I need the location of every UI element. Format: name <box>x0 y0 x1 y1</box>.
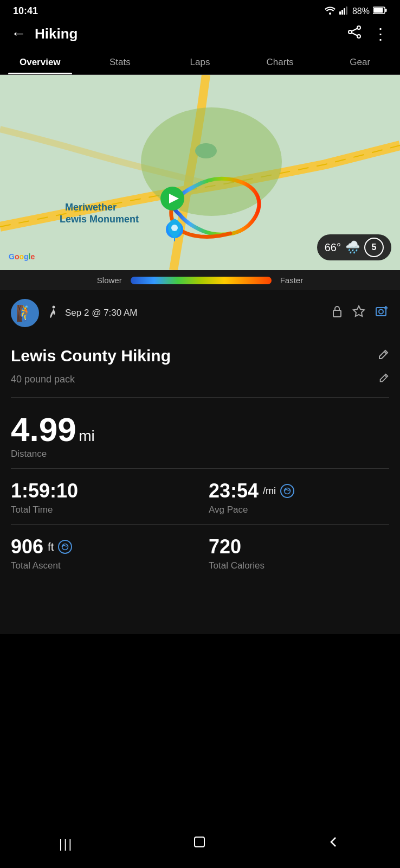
svg-rect-30 <box>195 837 204 847</box>
description-row: 40 pound pack <box>11 369 389 395</box>
svg-marker-25 <box>353 306 364 316</box>
activity-name-section: Lewis County Hiking <box>11 336 389 369</box>
avg-pace-badge <box>280 484 294 498</box>
avatar-image: 🧗 <box>16 304 35 322</box>
distance-label: Distance <box>11 449 389 459</box>
edit-name-button[interactable] <box>377 349 389 363</box>
svg-point-28 <box>285 488 291 494</box>
total-time-value: 1:59:10 <box>11 480 191 502</box>
stat-total-calories: 720 Total Calories <box>200 524 389 580</box>
activity-name: Lewis County Hiking <box>11 347 171 365</box>
star-icon[interactable] <box>352 305 365 321</box>
pace-bar-container: Slower Faster <box>0 270 400 290</box>
page-title: Hiking <box>35 25 78 42</box>
svg-point-29 <box>62 544 68 550</box>
svg-point-27 <box>379 310 383 314</box>
stat-distance-value-row: 4.99 mi <box>11 413 389 446</box>
activity-info: Sep 2 @ 7:30 AM <box>48 305 323 321</box>
distance-value: 4.99 <box>11 411 76 448</box>
total-calories-label: Total Calories <box>209 560 389 571</box>
tab-overview[interactable]: Overview <box>0 49 80 74</box>
total-ascent-badge <box>58 540 72 554</box>
svg-rect-26 <box>376 308 386 316</box>
svg-line-11 <box>352 29 357 31</box>
stat-avg-pace: 23:54 /mi Avg Pace <box>200 468 389 524</box>
status-time: 10:41 <box>13 5 38 17</box>
activity-date: Sep 2 @ 7:30 AM <box>65 308 138 318</box>
signal-icon <box>339 6 349 16</box>
svg-rect-4 <box>346 7 347 15</box>
divider-1 <box>11 397 389 398</box>
svg-point-8 <box>357 26 360 29</box>
battery-percentage: 88% <box>352 7 370 16</box>
edit-description-button[interactable] <box>378 373 389 386</box>
add-photo-icon[interactable] <box>375 305 389 321</box>
stats-section: 4.99 mi Distance 1:59:10 Total Time 23:5… <box>11 400 389 580</box>
recent-apps-button[interactable]: ||| <box>43 834 89 854</box>
svg-point-15 <box>195 143 217 158</box>
stat-total-ascent: 906 ft Total Ascent <box>11 524 200 580</box>
svg-point-19 <box>171 225 178 231</box>
svg-rect-6 <box>385 9 387 12</box>
avatar: 🧗 <box>11 299 39 327</box>
pace-gradient-bar <box>131 277 272 284</box>
total-ascent-label: Total Ascent <box>11 560 191 571</box>
svg-point-23 <box>53 305 55 308</box>
map-container[interactable]: Meriwether Lewis Monument Google 66° 🌧️ … <box>0 75 400 270</box>
svg-rect-7 <box>374 8 383 13</box>
pace-slower-label: Slower <box>97 276 122 285</box>
activity-row: 🧗 Sep 2 @ 7:30 AM <box>0 290 400 336</box>
avg-pace-value: 23:54 /mi <box>209 480 389 502</box>
svg-text:Lewis Monument: Lewis Monument <box>60 214 139 225</box>
svg-rect-24 <box>333 310 341 317</box>
wifi-icon <box>324 6 336 16</box>
hiking-type-icon <box>48 305 60 321</box>
back-button-nav[interactable] <box>309 831 357 857</box>
svg-rect-1 <box>339 11 341 15</box>
weather-wind: 5 <box>364 238 384 257</box>
stat-distance: 4.99 mi Distance <box>11 413 389 468</box>
home-button[interactable] <box>175 831 224 857</box>
lock-icon <box>332 305 343 321</box>
bottom-nav: ||| <box>0 821 400 868</box>
svg-point-9 <box>349 30 352 34</box>
battery-icon <box>373 7 387 16</box>
tab-gear[interactable]: Gear <box>320 49 400 74</box>
total-calories-value: 720 <box>209 535 389 558</box>
svg-rect-3 <box>344 8 345 15</box>
top-nav-right: ⋮ <box>347 24 389 43</box>
top-nav: ← Hiking ⋮ <box>0 20 400 49</box>
top-nav-left: ← Hiking <box>11 25 78 42</box>
activity-actions <box>332 305 389 321</box>
svg-point-0 <box>329 12 331 15</box>
status-bar: 10:41 88% <box>0 0 400 20</box>
svg-text:Google: Google <box>9 252 35 261</box>
svg-text:Meriwether: Meriwether <box>65 202 117 213</box>
svg-point-10 <box>357 35 360 38</box>
tab-laps[interactable]: Laps <box>160 49 240 74</box>
activity-description: 40 pound pack <box>11 374 75 385</box>
stat-total-time: 1:59:10 Total Time <box>11 468 200 524</box>
pace-faster-label: Faster <box>280 276 304 285</box>
avg-pace-label: Avg Pace <box>209 505 389 515</box>
more-menu-button[interactable]: ⋮ <box>373 25 389 43</box>
share-button[interactable] <box>347 24 362 43</box>
total-time-label: Total Time <box>11 505 191 515</box>
back-button[interactable]: ← <box>11 25 26 42</box>
tab-charts[interactable]: Charts <box>240 49 320 74</box>
weather-temp: 66° <box>325 241 341 254</box>
tab-bar: Overview Stats Laps Charts Gear <box>0 49 400 75</box>
weather-icon: 🌧️ <box>345 240 360 254</box>
svg-line-12 <box>352 33 357 36</box>
stats-grid: 1:59:10 Total Time 23:54 /mi Avg Pace <box>11 468 389 580</box>
status-icons: 88% <box>324 6 387 16</box>
distance-unit: mi <box>79 427 95 444</box>
content-spacer <box>0 580 400 634</box>
tab-stats[interactable]: Stats <box>80 49 160 74</box>
content-area: Lewis County Hiking 40 pound pack 4.99 m… <box>0 336 400 580</box>
svg-rect-2 <box>341 10 343 15</box>
total-ascent-value: 906 ft <box>11 535 191 558</box>
weather-overlay: 66° 🌧️ 5 <box>317 234 391 260</box>
